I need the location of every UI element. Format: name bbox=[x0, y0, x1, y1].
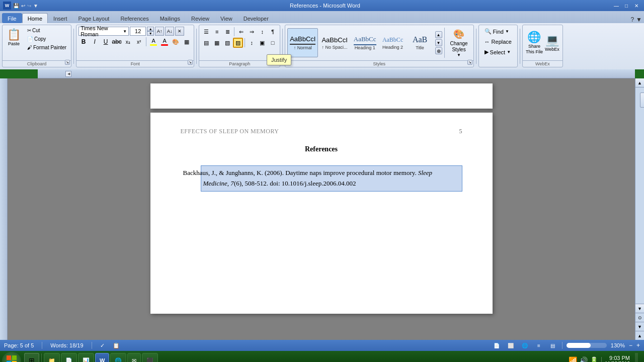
word-count[interactable]: Words: 18/19 bbox=[50, 342, 83, 348]
ribbon-help-icon[interactable]: ? bbox=[630, 16, 634, 23]
show-paragraph-button[interactable]: ¶ bbox=[268, 27, 278, 37]
increase-indent-button[interactable]: ⇒ bbox=[247, 27, 257, 37]
strikethrough-button[interactable]: abc bbox=[112, 37, 122, 47]
taskbar-show-desktop[interactable]: ⊞ bbox=[24, 353, 39, 362]
multilevel-button[interactable]: ≣ bbox=[222, 27, 232, 37]
style-no-spacing[interactable]: AaBbCcI ↑ No Spaci... bbox=[319, 28, 350, 57]
taskbar-chrome[interactable]: 🌐 bbox=[110, 353, 126, 362]
bullets-button[interactable]: ☰ bbox=[201, 27, 211, 37]
tab-insert[interactable]: Insert bbox=[48, 13, 73, 23]
next-page-button[interactable]: ▼ bbox=[635, 322, 645, 331]
replace-button[interactable]: ↔ Replace bbox=[482, 37, 514, 46]
font-size-box[interactable]: 12 bbox=[130, 27, 146, 36]
numbering-button[interactable]: ≡ bbox=[212, 27, 222, 37]
webex-button[interactable]: 💻 WebEx bbox=[545, 34, 559, 52]
qat-redo[interactable]: ↪ bbox=[27, 3, 31, 9]
tab-file[interactable]: File bbox=[2, 13, 22, 23]
track-changes[interactable]: 📋 bbox=[113, 342, 120, 349]
taskbar-word[interactable]: W bbox=[95, 353, 109, 362]
print-layout-button[interactable]: 📄 bbox=[492, 341, 502, 349]
clock[interactable]: 9:03 PM 11/20/2012 bbox=[605, 355, 630, 363]
taskbar-explorer[interactable]: 📁 bbox=[44, 353, 60, 362]
align-left-button[interactable]: ▤ bbox=[201, 38, 211, 48]
font-size-decrease[interactable]: ▼ bbox=[147, 31, 154, 36]
tray-volume-icon[interactable]: 🔊 bbox=[579, 356, 588, 362]
copy-button[interactable]: 📄 Copy bbox=[25, 35, 69, 43]
paragraph-expand-button[interactable]: ↘ bbox=[274, 60, 279, 65]
spell-icon[interactable]: ✓ bbox=[100, 342, 105, 349]
shading-button[interactable]: 🎨 bbox=[171, 37, 181, 47]
center-button[interactable]: ▦ bbox=[212, 38, 222, 48]
qat-save[interactable]: 💾 bbox=[13, 3, 19, 9]
font-name-dropdown[interactable]: Times New Roman ▼ bbox=[78, 27, 129, 36]
italic-button[interactable]: I bbox=[90, 37, 100, 47]
select-button[interactable]: ▶ Select ▼ bbox=[482, 47, 514, 57]
page-info[interactable]: Page: 5 of 5 bbox=[4, 342, 34, 348]
show-desktop-button[interactable] bbox=[635, 353, 638, 362]
tab-mailings[interactable]: Mailings bbox=[154, 13, 186, 23]
zoom-bar[interactable] bbox=[567, 343, 607, 348]
web-layout-button[interactable]: 🌐 bbox=[520, 341, 530, 349]
prev-page-button[interactable]: ▲ bbox=[635, 331, 645, 340]
qat-more[interactable]: ▼ bbox=[33, 3, 38, 9]
style-title[interactable]: AaB Title bbox=[407, 28, 433, 57]
close-button[interactable]: ✕ bbox=[632, 2, 641, 9]
subscript-button[interactable]: x₂ bbox=[123, 37, 133, 47]
zoom-out-button[interactable]: − bbox=[629, 342, 632, 349]
font-shrink-button[interactable]: A↓ bbox=[165, 27, 174, 36]
style-normal[interactable]: AaBbCcI ↑ Normal bbox=[287, 28, 318, 57]
tray-network-icon[interactable]: 📶 bbox=[569, 356, 577, 362]
tab-review[interactable]: Review bbox=[186, 13, 215, 23]
scroll-thumb[interactable] bbox=[640, 93, 645, 108]
tab-home[interactable]: Home bbox=[22, 13, 48, 23]
styles-more[interactable]: ⊕ bbox=[435, 47, 442, 54]
border-button[interactable]: ▦ bbox=[182, 37, 192, 47]
format-painter-button[interactable]: 🖌 Format Painter bbox=[25, 44, 69, 51]
styles-scroll-up[interactable]: ▲ bbox=[435, 31, 442, 38]
font-size-increase[interactable]: ▲ bbox=[147, 27, 154, 31]
cut-button[interactable]: ✂ Cut bbox=[25, 27, 69, 34]
start-button[interactable] bbox=[2, 352, 21, 362]
superscript-button[interactable]: x² bbox=[134, 37, 144, 47]
zoom-level[interactable]: 130% bbox=[611, 342, 625, 348]
zoom-in-button[interactable]: + bbox=[636, 342, 640, 349]
clipboard-expand-button[interactable]: ↘ bbox=[65, 60, 70, 65]
minimize-button[interactable]: — bbox=[612, 2, 621, 9]
document-page[interactable]: EFFECTS OF SLEEP ON MEMORY 5 References … bbox=[150, 113, 493, 314]
taskbar-mail[interactable]: ✉ bbox=[127, 353, 141, 362]
text-highlight-button[interactable]: A bbox=[148, 37, 158, 47]
bold-button[interactable]: B bbox=[78, 37, 89, 47]
scroll-up-button[interactable]: ▲ bbox=[635, 78, 645, 87]
styles-expand-button[interactable]: ↘ bbox=[467, 60, 472, 65]
styles-scroll-down[interactable]: ▼ bbox=[435, 39, 442, 46]
clear-format-button[interactable]: ✕ bbox=[175, 27, 184, 36]
style-heading2[interactable]: AaBbCc Heading 2 bbox=[380, 28, 406, 57]
scroll-area[interactable]: EFFECTS OF SLEEP ON MEMORY 5 References … bbox=[8, 78, 635, 340]
tab-page-layout[interactable]: Page Layout bbox=[73, 13, 115, 23]
share-button[interactable]: 🌐 ShareThis File bbox=[526, 31, 543, 55]
line-spacing-button[interactable]: ↕ bbox=[247, 38, 257, 48]
shading-para-button[interactable]: ▣ bbox=[257, 38, 267, 48]
font-color-button[interactable]: A bbox=[159, 37, 170, 47]
sort-button[interactable]: ↕ bbox=[257, 27, 267, 37]
vertical-scrollbar[interactable]: ▲ ▼ ⊙ ▼ ▲ bbox=[635, 78, 644, 340]
justify-button[interactable]: ▨ bbox=[233, 38, 243, 48]
underline-button[interactable]: U bbox=[101, 37, 111, 47]
outline-button[interactable]: ≡ bbox=[534, 341, 544, 349]
font-expand-button[interactable]: ↘ bbox=[188, 60, 193, 65]
paste-button[interactable]: 📋 Paste bbox=[5, 27, 23, 48]
change-styles-button[interactable]: 🎨 ChangeStyles ▼ bbox=[447, 27, 471, 59]
tab-developer[interactable]: Developer bbox=[238, 13, 274, 23]
scroll-down-button[interactable]: ▼ bbox=[635, 304, 645, 313]
border-para-button[interactable]: □ bbox=[268, 38, 278, 48]
tab-references[interactable]: References bbox=[115, 13, 154, 23]
align-right-button[interactable]: ▧ bbox=[222, 38, 232, 48]
maximize-button[interactable]: □ bbox=[622, 2, 631, 9]
taskbar-excel[interactable]: 📊 bbox=[78, 353, 94, 362]
style-heading1[interactable]: AaBbCc Heading 1 bbox=[351, 28, 379, 57]
taskbar-other[interactable]: ⬛ bbox=[142, 353, 158, 362]
taskbar-folder[interactable]: 📄 bbox=[61, 353, 77, 362]
select-browse-button[interactable]: ⊙ bbox=[635, 313, 645, 322]
font-grow-button[interactable]: A↑ bbox=[155, 27, 164, 36]
draft-button[interactable]: ▤ bbox=[548, 341, 558, 349]
